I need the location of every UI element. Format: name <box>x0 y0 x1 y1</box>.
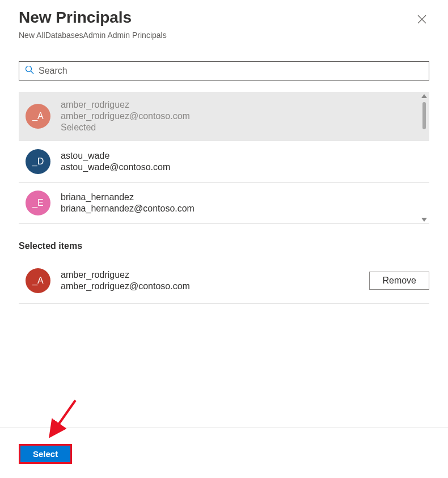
selected-item-email: amber_rodriguez@contoso.com <box>61 281 369 291</box>
svg-line-1 <box>31 71 34 74</box>
search-input[interactable] <box>39 66 423 76</box>
scrollbar[interactable] <box>419 92 429 224</box>
avatar: _A <box>26 104 50 129</box>
scroll-thumb[interactable] <box>422 102 426 129</box>
avatar: _D <box>26 149 50 174</box>
search-box[interactable] <box>19 61 429 81</box>
result-name: briana_hernandez <box>61 192 422 202</box>
result-info: briana_hernandez briana_hernandez@contos… <box>61 192 422 214</box>
selected-item-name: amber_rodriguez <box>61 270 369 280</box>
result-info: amber_rodriguez amber_rodriguez@contoso.… <box>61 100 422 133</box>
avatar: _A <box>26 268 50 293</box>
avatar-initials: _A <box>32 111 44 121</box>
panel-footer: Select <box>0 428 448 464</box>
scroll-down-icon[interactable] <box>421 218 427 222</box>
scroll-up-icon[interactable] <box>421 94 427 98</box>
avatar-initials: _D <box>32 156 44 167</box>
result-row[interactable]: _D astou_wade astou_wade@contoso.com <box>19 141 429 183</box>
selected-item-info: amber_rodriguez amber_rodriguez@contoso.… <box>61 270 369 291</box>
result-info: astou_wade astou_wade@contoso.com <box>61 151 422 172</box>
result-email: amber_rodriguez@contoso.com <box>61 111 422 121</box>
avatar-initials: _E <box>32 198 44 208</box>
selected-item-row: _A amber_rodriguez amber_rodriguez@conto… <box>19 263 429 304</box>
select-button-highlight: Select <box>19 444 72 464</box>
result-name: astou_wade <box>61 151 422 161</box>
panel-title: New Principals <box>19 9 132 27</box>
result-row[interactable]: _E briana_hernandez briana_hernandez@con… <box>19 183 429 223</box>
panel-subtitle: New AllDatabasesAdmin Admin Principals <box>19 31 429 40</box>
close-icon <box>417 14 426 26</box>
remove-button[interactable]: Remove <box>369 272 429 290</box>
avatar: _E <box>26 191 50 215</box>
panel-header: New Principals <box>19 9 429 28</box>
close-button[interactable] <box>415 11 429 28</box>
select-button[interactable]: Select <box>20 446 70 462</box>
result-name: amber_rodriguez <box>61 100 422 110</box>
svg-point-0 <box>26 66 32 72</box>
result-email: astou_wade@contoso.com <box>61 162 422 172</box>
avatar-initials: _A <box>32 276 44 286</box>
selected-items-heading: Selected items <box>19 241 429 251</box>
result-email: briana_hernandez@contoso.com <box>61 204 422 214</box>
result-status: Selected <box>61 122 422 133</box>
results-list: _A amber_rodriguez amber_rodriguez@conto… <box>19 92 429 224</box>
result-row[interactable]: _A amber_rodriguez amber_rodriguez@conto… <box>19 92 429 141</box>
search-icon <box>25 65 39 77</box>
